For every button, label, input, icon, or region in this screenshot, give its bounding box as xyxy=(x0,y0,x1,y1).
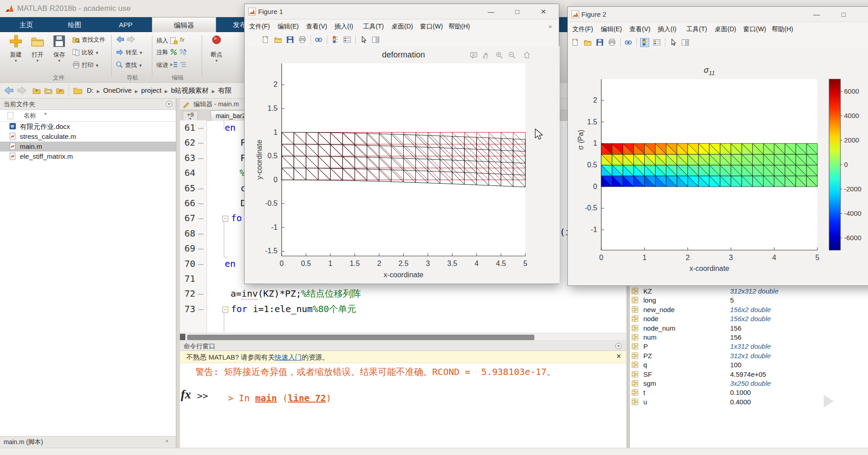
cloud-folder-icon[interactable] xyxy=(44,87,52,96)
workspace-row[interactable]: q100 xyxy=(630,360,868,370)
ribbon-tab-2[interactable]: 绘图 xyxy=(50,17,99,32)
print-figure-icon[interactable] xyxy=(608,38,616,47)
code-line-72[interactable]: 72—a=inv(KZ)*PZ;%结点位移列阵 xyxy=(180,286,623,301)
breadcrumb-segment[interactable]: OneDrive xyxy=(103,86,132,94)
breadcrumb-segment[interactable]: D: xyxy=(87,86,94,94)
find-files-button[interactable]: 查找文件 xyxy=(72,36,105,46)
insert-legend-icon[interactable] xyxy=(343,36,351,44)
up-folder-icon[interactable] xyxy=(33,87,41,96)
menu-item[interactable]: 文件(F) xyxy=(249,23,270,31)
menu-item[interactable]: 插入(I) xyxy=(658,25,676,33)
comment-row[interactable]: 注释 xyxy=(156,48,187,58)
menu-item[interactable]: 编辑(E) xyxy=(601,25,622,33)
workspace-row[interactable]: SF4.5974e+05 xyxy=(630,370,868,379)
panel-menu-icon[interactable] xyxy=(615,342,622,351)
panel-menu-icon[interactable] xyxy=(165,100,173,109)
banner-close-icon[interactable]: × xyxy=(617,352,621,360)
link-plot-icon[interactable] xyxy=(315,36,323,44)
figure2-titlebar[interactable]: Figure 2 — □ ✕ xyxy=(568,7,868,22)
current-folder-header[interactable]: 当前文件夹 xyxy=(0,99,176,110)
close-button[interactable]: ✕ xyxy=(533,4,554,19)
edit-plot-cursor-icon[interactable] xyxy=(359,36,368,44)
menu-overflow-icon[interactable]: » xyxy=(548,23,552,30)
maximize-button[interactable]: □ xyxy=(833,7,854,22)
breadcrumb-segment[interactable]: project xyxy=(141,86,161,94)
workspace-row[interactable]: P1x312 double xyxy=(630,342,868,351)
breakpoints-button[interactable]: 断点▼ xyxy=(206,34,227,79)
workspace-row[interactable]: node_num156 xyxy=(630,324,868,333)
workspace-row[interactable]: node156x2 double xyxy=(630,314,868,323)
workspace-row[interactable]: KZ312x312 double xyxy=(630,287,868,296)
minimize-button[interactable]: — xyxy=(481,4,501,19)
ribbon-tab-3[interactable]: APP xyxy=(102,17,149,32)
edit-plot-cursor-icon[interactable] xyxy=(669,38,677,47)
name-column-header[interactable]: 名称 ▼ xyxy=(0,110,176,122)
tab-overflow-button[interactable]: +9▼ xyxy=(183,111,198,121)
new-figure-icon[interactable] xyxy=(262,36,270,44)
search-folder-icon[interactable] xyxy=(56,87,64,96)
command-window-header[interactable]: 命令行窗口 xyxy=(180,340,626,351)
hscrollbar-thumb[interactable] xyxy=(187,335,534,340)
compare-button[interactable]: 比较 ▼ xyxy=(72,48,99,58)
menu-item[interactable]: 工具(T) xyxy=(686,25,707,33)
line-72-link[interactable]: line 72 xyxy=(288,393,326,403)
print-figure-icon[interactable] xyxy=(298,36,307,44)
insert-colorbar-icon[interactable] xyxy=(641,38,649,47)
insert-row[interactable]: 插入 fx xyxy=(156,36,188,46)
nav-back-icon[interactable] xyxy=(4,86,14,96)
command-prompt[interactable]: >> xyxy=(197,390,208,401)
open-file-icon[interactable] xyxy=(584,38,592,47)
file-row[interactable]: ele_stiff_matrix.m xyxy=(0,152,176,161)
menu-item[interactable]: 文件(F) xyxy=(572,25,593,33)
collapse-chevron-icon[interactable]: ˄ xyxy=(165,438,168,444)
find-button[interactable]: 查找 ▼ xyxy=(116,61,142,71)
link-plot-icon[interactable] xyxy=(624,38,632,47)
menu-item[interactable]: 工具(T) xyxy=(363,23,384,31)
file-details-bar[interactable]: main.m (脚本) ˄ xyxy=(0,436,176,448)
code-line-73[interactable]: 73—−for i=1:ele_num%80个单元 xyxy=(180,302,623,317)
breadcrumb-segment[interactable]: 有限 xyxy=(218,86,231,94)
open-file-icon[interactable] xyxy=(274,36,282,44)
workspace-row[interactable]: new_node156x2 double xyxy=(630,305,868,314)
indent-row[interactable]: 缩进 xyxy=(156,61,187,71)
workspace-row[interactable]: num156 xyxy=(630,333,868,342)
menu-item[interactable]: 编辑(E) xyxy=(278,23,299,31)
open-button[interactable]: 打开▼ xyxy=(27,34,48,79)
new-figure-icon[interactable] xyxy=(571,38,580,47)
insert-colorbar-icon[interactable] xyxy=(331,36,339,44)
breadcrumb-segment[interactable]: b站视频素材 xyxy=(171,86,208,94)
menu-item[interactable]: 桌面(D) xyxy=(392,23,413,31)
file-row[interactable]: main.m xyxy=(0,142,176,152)
menu-item[interactable]: 插入(I) xyxy=(335,23,353,31)
property-inspector-icon[interactable] xyxy=(681,38,689,47)
menu-item[interactable]: 窗口(W) xyxy=(743,25,766,33)
command-window[interactable]: 命令行窗口 不熟悉 MATLAB? 请参阅有关快速入门的资源。 × 警告: 矩阵… xyxy=(180,341,626,448)
menu-item[interactable]: 帮助(H) xyxy=(772,25,793,33)
back-button[interactable] xyxy=(116,36,136,46)
ribbon-tab-1[interactable]: 主页 xyxy=(5,17,47,32)
maximize-button[interactable]: □ xyxy=(507,4,528,19)
file-row[interactable]: 有限元作业.docx xyxy=(0,122,176,132)
menu-item[interactable]: 帮助(H) xyxy=(448,23,470,31)
save-figure-icon[interactable] xyxy=(596,38,604,47)
file-row[interactable]: stress_calculate.m xyxy=(0,132,176,142)
menu-item[interactable]: 查看(V) xyxy=(306,23,327,31)
minimize-button[interactable]: — xyxy=(806,7,827,22)
save-button[interactable]: 保存▼ xyxy=(49,34,70,79)
workspace-row[interactable]: long5 xyxy=(630,296,868,305)
save-figure-icon[interactable] xyxy=(286,36,294,44)
quick-start-link[interactable]: 快速入门 xyxy=(275,353,302,361)
close-button[interactable]: ✕ xyxy=(860,7,868,22)
workspace-row[interactable]: PZ312x1 double xyxy=(630,351,868,360)
main-link[interactable]: main xyxy=(255,393,277,403)
ribbon-tab-4[interactable]: 编辑器 xyxy=(152,17,216,32)
insert-legend-icon[interactable] xyxy=(653,38,661,47)
menu-item[interactable]: 桌面(D) xyxy=(715,25,736,33)
figure1-titlebar[interactable]: Figure 1 — □ ✕ xyxy=(245,4,559,19)
menu-item[interactable]: 查看(V) xyxy=(629,25,651,33)
goto-button[interactable]: 转至 ▼ xyxy=(116,48,143,58)
print-button[interactable]: 打印 ▼ xyxy=(72,61,99,71)
menu-item[interactable]: 窗口(W) xyxy=(420,23,443,31)
property-inspector-icon[interactable] xyxy=(372,36,380,44)
new-script-button[interactable]: 新建▼ xyxy=(5,34,26,79)
